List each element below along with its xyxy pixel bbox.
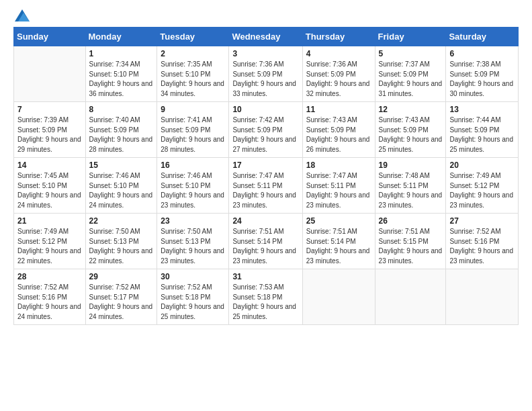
daylight-text: Daylight: 9 hours and 22 minutes.: [89, 246, 154, 266]
day-detail: Sunrise: 7:46 AMSunset: 5:10 PMDaylight:…: [89, 171, 154, 210]
calendar-cell: 28Sunrise: 7:52 AMSunset: 5:16 PMDayligh…: [14, 269, 86, 325]
sunrise-text: Sunrise: 7:52 AM: [161, 283, 225, 293]
day-number: 21: [17, 216, 82, 226]
calendar-cell: 11Sunrise: 7:43 AMSunset: 5:09 PMDayligh…: [302, 102, 375, 158]
day-number: 18: [306, 161, 371, 170]
sunrise-text: Sunrise: 7:48 AM: [379, 171, 443, 181]
sunrise-text: Sunrise: 7:45 AM: [17, 171, 82, 181]
day-number: 27: [449, 216, 515, 226]
calendar-cell: 20Sunrise: 7:49 AMSunset: 5:12 PMDayligh…: [446, 158, 519, 214]
daylight-text: Daylight: 9 hours and 23 minutes.: [379, 246, 443, 266]
calendar-header-row: SundayMondayTuesdayWednesdayThursdayFrid…: [14, 28, 519, 46]
calendar-cell: 14Sunrise: 7:45 AMSunset: 5:10 PMDayligh…: [14, 158, 86, 214]
day-number: 6: [449, 49, 515, 58]
day-number: 25: [306, 216, 371, 226]
daylight-text: Daylight: 9 hours and 23 minutes.: [161, 246, 225, 266]
sunset-text: Sunset: 5:10 PM: [17, 181, 82, 191]
day-number: 28: [17, 272, 82, 281]
daylight-text: Daylight: 9 hours and 23 minutes.: [449, 191, 515, 210]
day-detail: Sunrise: 7:48 AMSunset: 5:11 PMDaylight:…: [379, 171, 443, 210]
day-number: 1: [89, 49, 154, 58]
sunrise-text: Sunrise: 7:40 AM: [89, 116, 154, 126]
day-number: 8: [89, 105, 154, 114]
day-detail: Sunrise: 7:45 AMSunset: 5:10 PMDaylight:…: [17, 171, 82, 210]
day-detail: Sunrise: 7:53 AMSunset: 5:18 PMDaylight:…: [232, 283, 298, 322]
sunrise-text: Sunrise: 7:49 AM: [17, 227, 82, 237]
sunset-text: Sunset: 5:14 PM: [306, 237, 371, 247]
sunrise-text: Sunrise: 7:43 AM: [306, 116, 371, 126]
sunrise-text: Sunrise: 7:49 AM: [449, 171, 515, 181]
sunrise-text: Sunrise: 7:38 AM: [449, 60, 515, 70]
page: SundayMondayTuesdayWednesdayThursdayFrid…: [0, 0, 532, 411]
sunset-text: Sunset: 5:09 PM: [89, 126, 154, 136]
daylight-text: Daylight: 9 hours and 30 minutes.: [449, 79, 515, 99]
daylight-text: Daylight: 9 hours and 23 minutes.: [232, 246, 298, 266]
day-detail: Sunrise: 7:41 AMSunset: 5:09 PMDaylight:…: [161, 116, 225, 154]
sunset-text: Sunset: 5:10 PM: [161, 181, 225, 191]
calendar-cell: 31Sunrise: 7:53 AMSunset: 5:18 PMDayligh…: [229, 269, 302, 325]
day-number: 4: [306, 49, 371, 58]
sunset-text: Sunset: 5:13 PM: [89, 237, 154, 247]
daylight-text: Daylight: 9 hours and 36 minutes.: [89, 79, 154, 99]
day-detail: Sunrise: 7:38 AMSunset: 5:09 PMDaylight:…: [449, 60, 515, 99]
day-number: 14: [17, 161, 82, 170]
calendar-cell: 18Sunrise: 7:47 AMSunset: 5:11 PMDayligh…: [302, 158, 375, 214]
day-number: 19: [379, 161, 443, 170]
day-detail: Sunrise: 7:40 AMSunset: 5:09 PMDaylight:…: [89, 116, 154, 154]
daylight-text: Daylight: 9 hours and 24 minutes.: [89, 302, 154, 322]
calendar-cell: 9Sunrise: 7:41 AMSunset: 5:09 PMDaylight…: [157, 102, 229, 158]
calendar-cell: 3Sunrise: 7:36 AMSunset: 5:09 PMDaylight…: [229, 46, 302, 102]
calendar-cell: 5Sunrise: 7:37 AMSunset: 5:09 PMDaylight…: [375, 46, 446, 102]
day-number: 22: [89, 216, 154, 226]
sunset-text: Sunset: 5:16 PM: [449, 237, 515, 247]
sunset-text: Sunset: 5:09 PM: [449, 70, 515, 80]
sunrise-text: Sunrise: 7:51 AM: [379, 227, 443, 237]
calendar-cell: [302, 269, 375, 325]
daylight-text: Daylight: 9 hours and 31 minutes.: [379, 79, 443, 99]
day-number: 10: [232, 105, 298, 114]
sunrise-text: Sunrise: 7:51 AM: [306, 227, 371, 237]
calendar: SundayMondayTuesdayWednesdayThursdayFrid…: [13, 27, 519, 325]
calendar-cell: 13Sunrise: 7:44 AMSunset: 5:09 PMDayligh…: [446, 102, 519, 158]
daylight-text: Daylight: 9 hours and 25 minutes.: [449, 135, 515, 154]
daylight-text: Daylight: 9 hours and 23 minutes.: [306, 246, 371, 266]
day-number: 13: [449, 105, 515, 114]
sunrise-text: Sunrise: 7:52 AM: [89, 283, 154, 293]
day-number: 15: [89, 161, 154, 170]
sunrise-text: Sunrise: 7:47 AM: [306, 171, 371, 181]
day-detail: Sunrise: 7:34 AMSunset: 5:10 PMDaylight:…: [89, 60, 154, 99]
calendar-cell: 23Sunrise: 7:50 AMSunset: 5:13 PMDayligh…: [157, 214, 229, 269]
daylight-text: Daylight: 9 hours and 32 minutes.: [306, 79, 371, 99]
sunset-text: Sunset: 5:09 PM: [232, 126, 298, 136]
day-detail: Sunrise: 7:35 AMSunset: 5:10 PMDaylight:…: [161, 60, 225, 99]
day-detail: Sunrise: 7:52 AMSunset: 5:16 PMDaylight:…: [449, 227, 515, 266]
calendar-cell: 21Sunrise: 7:49 AMSunset: 5:12 PMDayligh…: [14, 214, 86, 269]
sunrise-text: Sunrise: 7:52 AM: [449, 227, 515, 237]
daylight-text: Daylight: 9 hours and 25 minutes.: [232, 302, 298, 322]
calendar-week-row: 1Sunrise: 7:34 AMSunset: 5:10 PMDaylight…: [14, 46, 519, 102]
day-detail: Sunrise: 7:52 AMSunset: 5:18 PMDaylight:…: [161, 283, 225, 322]
day-detail: Sunrise: 7:50 AMSunset: 5:13 PMDaylight:…: [161, 227, 225, 266]
sunset-text: Sunset: 5:09 PM: [449, 126, 515, 136]
day-number: 3: [232, 49, 298, 58]
day-detail: Sunrise: 7:46 AMSunset: 5:10 PMDaylight:…: [161, 171, 225, 210]
day-detail: Sunrise: 7:51 AMSunset: 5:15 PMDaylight:…: [379, 227, 443, 266]
calendar-cell: 26Sunrise: 7:51 AMSunset: 5:15 PMDayligh…: [375, 214, 446, 269]
sunset-text: Sunset: 5:09 PM: [379, 126, 443, 136]
sunset-text: Sunset: 5:10 PM: [89, 181, 154, 191]
day-number: 30: [161, 272, 225, 281]
day-number: 2: [161, 49, 225, 58]
sunrise-text: Sunrise: 7:42 AM: [232, 116, 298, 126]
day-detail: Sunrise: 7:49 AMSunset: 5:12 PMDaylight:…: [17, 227, 82, 266]
daylight-text: Daylight: 9 hours and 24 minutes.: [17, 191, 82, 210]
day-detail: Sunrise: 7:43 AMSunset: 5:09 PMDaylight:…: [306, 116, 371, 154]
daylight-text: Daylight: 9 hours and 24 minutes.: [89, 191, 154, 210]
header: [13, 12, 519, 19]
daylight-text: Daylight: 9 hours and 27 minutes.: [232, 135, 298, 154]
calendar-cell: [375, 269, 446, 325]
day-detail: Sunrise: 7:36 AMSunset: 5:09 PMDaylight:…: [232, 60, 298, 99]
daylight-text: Daylight: 9 hours and 25 minutes.: [161, 302, 225, 322]
daylight-text: Daylight: 9 hours and 33 minutes.: [232, 79, 298, 99]
sunset-text: Sunset: 5:09 PM: [161, 126, 225, 136]
sunrise-text: Sunrise: 7:34 AM: [89, 60, 154, 70]
